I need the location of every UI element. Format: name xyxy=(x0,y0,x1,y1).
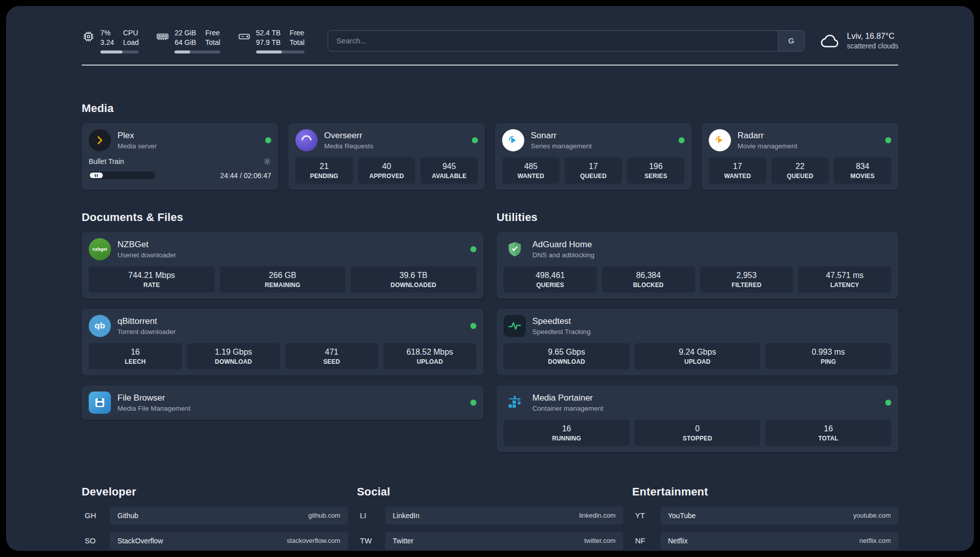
player-settings-button[interactable] xyxy=(263,157,271,165)
app-subtitle: Usenet downloader xyxy=(117,251,176,259)
memory-progress-bar xyxy=(174,50,220,53)
section-documents: Documents & Files nzbget NZBGet Usenet d… xyxy=(82,211,483,420)
adguard-icon[interactable] xyxy=(504,238,526,260)
gear-icon xyxy=(263,157,271,165)
app-subtitle: DNS and adblocking xyxy=(532,251,594,259)
qbittorrent-icon[interactable]: qb xyxy=(89,315,111,337)
speedtest-icon[interactable] xyxy=(504,315,526,337)
status-dot xyxy=(472,137,478,143)
cpu-load-value: 3.24 xyxy=(100,38,114,47)
app-name: AdGuard Home xyxy=(532,240,594,250)
memory-total-label: Total xyxy=(205,38,220,47)
section-social: Social LI LinkedIn linkedin.com TW Twitt… xyxy=(357,485,623,551)
bookmark-youtube[interactable]: YT YouTube youtube.com xyxy=(632,507,898,525)
app-card-sonarr[interactable]: Sonarr Series management 485 WANTED 17 Q… xyxy=(495,123,692,190)
bookmark-abbr: SO xyxy=(82,536,110,545)
bookmark-abbr: GH xyxy=(82,511,110,520)
disk-icon xyxy=(237,30,251,43)
app-name: NZBGet xyxy=(117,240,176,250)
nzbget-icon[interactable]: nzbget xyxy=(89,238,111,260)
header-divider xyxy=(82,65,898,66)
bookmark-name: LinkedIn xyxy=(393,512,419,520)
app-subtitle: Torrent downloader xyxy=(117,328,176,336)
stat-queued: 17 QUEUED xyxy=(565,157,622,184)
app-name: Sonarr xyxy=(531,131,592,141)
entertainment-section-title: Entertainment xyxy=(632,485,898,498)
documents-section-title: Documents & Files xyxy=(82,211,483,224)
section-utilities: Utilities AdGuard Home DNS and adblockin… xyxy=(497,211,898,452)
stat-downloaded: 39.6 TB DOWNLOADED xyxy=(350,266,476,293)
bookmark-url: github.com xyxy=(308,512,340,519)
status-dot xyxy=(679,137,685,143)
stat-wanted: 17 WANTED xyxy=(709,157,766,184)
bookmark-stackoverflow[interactable]: SO StackOverflow stackoverflow.com xyxy=(82,532,348,550)
search-input[interactable] xyxy=(328,36,778,45)
playback-time: 24:44 / 02:06:47 xyxy=(220,172,271,180)
app-subtitle: Container management xyxy=(532,405,603,412)
memory-icon xyxy=(156,30,169,43)
bookmark-name: Github xyxy=(117,512,138,520)
cpu-progress-bar xyxy=(100,50,139,53)
stat-seed: 471 SEED xyxy=(285,343,379,369)
bookmark-url: youtube.com xyxy=(853,512,891,519)
app-card-radarr[interactable]: Radarr Movie management 17 WANTED 22 QUE… xyxy=(702,123,898,190)
app-card-qbittorrent[interactable]: qb qBittorrent Torrent downloader 16 LEE… xyxy=(82,309,483,375)
portainer-icon[interactable] xyxy=(504,392,526,414)
app-card-plex[interactable]: Plex Media server Bullet Train xyxy=(82,123,278,190)
bookmark-name: Twitter xyxy=(393,537,413,545)
app-card-nzbget[interactable]: nzbget NZBGet Usenet downloader 744.21 M… xyxy=(82,232,483,299)
disk-widget: 52.4 TB 97.9 TB Free Total xyxy=(237,28,304,53)
stat-download: 9.65 Gbps DOWNLOAD xyxy=(504,343,630,369)
stat-total: 16 TOTAL xyxy=(765,420,891,446)
radarr-icon[interactable] xyxy=(709,129,731,151)
bookmark-netflix[interactable]: NF Netflix netflix.com xyxy=(632,532,898,550)
stat-pending: 21 PENDING xyxy=(295,157,353,184)
app-card-portainer[interactable]: Media Portainer Container management 16 … xyxy=(497,385,898,452)
app-subtitle: Series management xyxy=(531,142,592,150)
weather-location: Lviv, 16.87°C xyxy=(847,32,898,41)
stat-leech: 16 LEECH xyxy=(89,343,182,369)
bookmark-url: twitter.com xyxy=(584,537,616,544)
status-dot xyxy=(470,400,476,406)
overseerr-icon[interactable] xyxy=(295,129,318,151)
status-dot xyxy=(885,400,891,406)
filebrowser-icon[interactable] xyxy=(89,392,111,414)
disk-free: 52.4 TB xyxy=(256,28,281,38)
sonarr-icon[interactable] xyxy=(502,129,524,151)
developer-section-title: Developer xyxy=(82,485,348,498)
app-subtitle: Media server xyxy=(117,142,157,150)
stat-ping: 0.993 ms PING xyxy=(765,343,891,369)
stat-queued: 22 QUEUED xyxy=(771,157,829,184)
app-card-overseerr[interactable]: Overseerr Media Requests 21 PENDING 40 A… xyxy=(288,123,485,190)
playback-progress-bar[interactable] xyxy=(89,172,155,179)
stat-approved: 40 APPROVED xyxy=(358,157,415,184)
app-subtitle: Media Requests xyxy=(324,142,374,150)
bookmark-abbr: YT xyxy=(632,511,660,520)
disk-free-label: Free xyxy=(290,28,305,38)
media-section-title: Media xyxy=(82,102,898,115)
stat-rate: 744.21 Mbps RATE xyxy=(89,266,215,293)
stat-remaining: 266 GB REMAINING xyxy=(220,266,346,293)
bookmark-twitter[interactable]: TW Twitter twitter.com xyxy=(357,532,623,550)
plex-icon[interactable] xyxy=(89,129,111,151)
bookmark-github[interactable]: GH Github github.com xyxy=(82,507,348,525)
app-name: Media Portainer xyxy=(532,393,603,403)
pause-button[interactable] xyxy=(90,173,103,178)
bookmark-url: stackoverflow.com xyxy=(287,537,340,544)
bookmark-url: netflix.com xyxy=(860,537,891,544)
app-card-speedtest[interactable]: Speedtest Speedtest Tracking 9.65 Gbps D… xyxy=(497,309,898,375)
section-entertainment: Entertainment YT YouTube youtube.com NF … xyxy=(632,485,898,551)
disk-total: 97.9 TB xyxy=(256,38,281,47)
search-engine-button[interactable]: G xyxy=(778,31,804,51)
app-card-adguard[interactable]: AdGuard Home DNS and adblocking 498,461 … xyxy=(497,232,898,299)
weather-widget: Lviv, 16.87°C scattered clouds xyxy=(820,30,898,51)
app-subtitle: Media File Management xyxy=(117,405,191,412)
stat-upload: 9.24 Gbps UPLOAD xyxy=(635,343,761,369)
cpu-load-label: Load xyxy=(123,38,139,47)
bookmark-name: YouTube xyxy=(668,512,696,520)
dashboard-panel: 7% 3.24 CPU Load xyxy=(6,6,974,551)
bookmark-linkedin[interactable]: LI LinkedIn linkedin.com xyxy=(357,507,623,525)
app-card-filebrowser[interactable]: File Browser Media File Management xyxy=(82,385,483,420)
memory-widget: 22 GiB 64 GiB Free Total xyxy=(156,28,220,53)
bookmark-name: Netflix xyxy=(668,537,688,545)
